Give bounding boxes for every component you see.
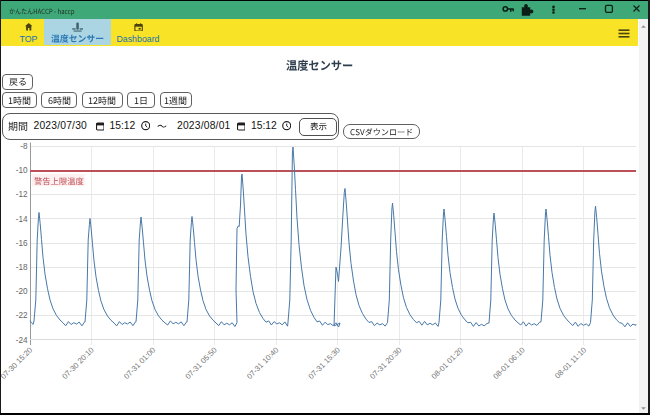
svg-text:-18: -18	[16, 263, 28, 272]
svg-text:-22: -22	[16, 311, 28, 320]
svg-text:-16: -16	[16, 239, 28, 248]
svg-text:-12: -12	[16, 190, 28, 199]
svg-text:-8: -8	[20, 142, 28, 151]
svg-text:07-31 10:40: 07-31 10:40	[245, 346, 280, 381]
svg-text:08-01 06:10: 08-01 06:10	[491, 346, 526, 381]
svg-text:-20: -20	[16, 287, 28, 296]
svg-text:07-30 20:10: 07-30 20:10	[60, 346, 95, 381]
svg-text:-24: -24	[16, 336, 28, 345]
svg-text:07-31 05:50: 07-31 05:50	[183, 346, 218, 381]
svg-text:08-01 01:20: 08-01 01:20	[430, 346, 465, 381]
svg-text:-10: -10	[16, 166, 28, 175]
svg-text:07-31 15:30: 07-31 15:30	[307, 346, 342, 381]
svg-text:07-31 01:00: 07-31 01:00	[122, 346, 157, 381]
svg-text:08-01 11:10: 08-01 11:10	[553, 346, 588, 381]
svg-text:07-30 15:20: 07-30 15:20	[0, 346, 34, 381]
svg-text:-14: -14	[16, 215, 28, 224]
svg-text:07-31 20:30: 07-31 20:30	[368, 346, 403, 381]
